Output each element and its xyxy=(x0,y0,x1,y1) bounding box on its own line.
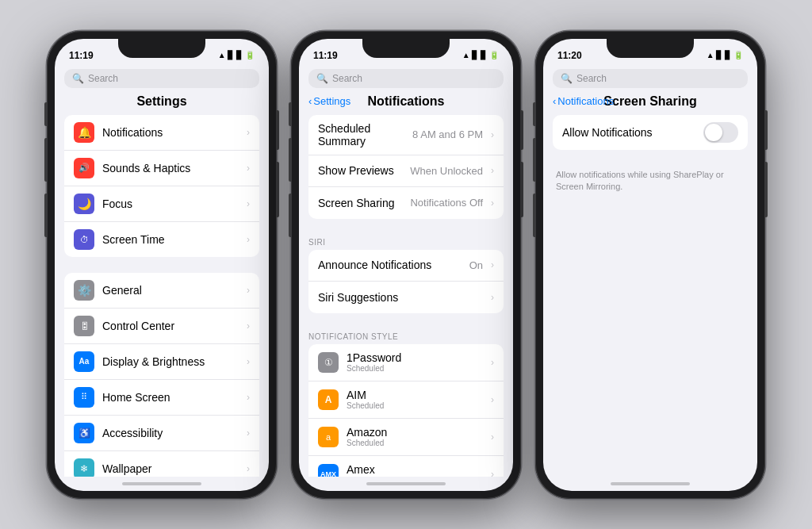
search-placeholder-1: Search xyxy=(88,73,118,84)
sounds-label: Sounds & Haptics xyxy=(102,162,239,174)
accessibility-label: Accessibility xyxy=(102,427,239,439)
search-icon-2: 🔍 xyxy=(316,73,328,84)
list-item[interactable]: ⠿ Home Screen › xyxy=(64,380,259,416)
chevron-icon: › xyxy=(247,320,250,332)
nav-title-2: Notifications xyxy=(368,94,445,109)
notch-1 xyxy=(118,39,205,58)
list-item[interactable]: Announce Notifications On › xyxy=(308,250,504,282)
back-button-3[interactable]: ‹ Notifications xyxy=(553,95,614,107)
list-item[interactable]: 🎛 Control Center › xyxy=(64,309,259,344)
list-item[interactable]: ① 1Password Scheduled › xyxy=(308,344,504,381)
nav-title-1: Settings xyxy=(136,94,186,109)
list-item[interactable]: 🌙 Focus › xyxy=(64,186,259,222)
aim-icon: A xyxy=(318,389,339,410)
status-time-3: 11:20 xyxy=(557,50,582,61)
list-item[interactable]: ❄ Wallpaper › xyxy=(64,451,259,477)
list-item[interactable]: ⚙️ General › xyxy=(64,273,259,309)
screen-time-icon: ⏱ xyxy=(74,229,94,250)
amazon-icon: a xyxy=(318,427,339,447)
chevron-icon: › xyxy=(247,356,250,367)
list-item[interactable]: Show Previews When Unlocked › xyxy=(308,155,504,187)
app-list-group: ① 1Password Scheduled › A AIM Scheduled … xyxy=(308,344,504,477)
home-indicator-3 xyxy=(543,477,757,491)
home-screen-icon: ⠿ xyxy=(74,387,94,408)
wallpaper-label: Wallpaper xyxy=(102,462,239,475)
focus-icon: 🌙 xyxy=(74,194,94,214)
phone-3: 11:20 ▲ ▊ ▊ 🔋 🔍 Search ‹ Notifications S… xyxy=(535,31,765,499)
list-item[interactable]: Aa Display & Brightness › xyxy=(64,344,259,380)
nav-header-1: Settings xyxy=(55,93,269,115)
list-item[interactable]: A AIM Scheduled › xyxy=(308,381,504,419)
nav-header-3: ‹ Notifications Screen Sharing xyxy=(543,93,757,115)
chevron-icon: › xyxy=(491,292,494,303)
chevron-icon: › xyxy=(491,431,494,443)
chevron-icon: › xyxy=(247,163,250,174)
allow-notif-description: Allow notifications while using SharePla… xyxy=(543,166,757,201)
search-bar-2[interactable]: 🔍 Search xyxy=(308,69,504,88)
notifications-list[interactable]: Scheduled Summary 8 AM and 6 PM › Show P… xyxy=(299,115,513,477)
display-icon: Aa xyxy=(74,351,94,372)
allow-notif-group: Allow Notifications xyxy=(553,115,748,150)
notif-style-label: NOTIFICATION STYLE xyxy=(299,329,513,344)
chevron-icon: › xyxy=(491,357,494,368)
row-text: Amex Scheduled xyxy=(347,463,483,477)
list-item[interactable]: ⏱ Screen Time › xyxy=(64,222,259,257)
screen-3: 11:20 ▲ ▊ ▊ 🔋 🔍 Search ‹ Notifications S… xyxy=(543,39,757,491)
row-text: Amazon Scheduled xyxy=(347,426,483,448)
settings-group-1: 🔔 Notifications › 🔊 Sounds & Haptics › 🌙… xyxy=(64,115,259,257)
chevron-icon: › xyxy=(247,285,250,296)
chevron-icon: › xyxy=(491,394,494,405)
chevron-icon: › xyxy=(247,392,250,403)
screen-sharing-content: Allow Notifications Allow notifications … xyxy=(543,115,757,477)
allow-notifications-row[interactable]: Allow Notifications xyxy=(553,115,748,150)
status-time-1: 11:19 xyxy=(69,50,94,61)
screen-time-label: Screen Time xyxy=(102,233,239,246)
notch-3 xyxy=(607,39,694,58)
display-label: Display & Brightness xyxy=(102,355,239,368)
chevron-icon: › xyxy=(491,469,494,477)
list-item[interactable]: Screen Sharing Notifications Off › xyxy=(308,187,504,219)
status-time-2: 11:19 xyxy=(313,50,338,61)
list-item[interactable]: Siri Suggestions › xyxy=(308,282,504,313)
list-item[interactable]: a Amazon Scheduled › xyxy=(308,419,504,456)
amex-icon: AMX xyxy=(318,464,339,477)
chevron-icon: › xyxy=(491,129,494,140)
accessibility-icon: ♿ xyxy=(74,423,94,443)
search-icon-3: 🔍 xyxy=(561,73,573,84)
row-text: AIM Scheduled xyxy=(347,389,483,411)
list-item[interactable]: 🔔 Notifications › xyxy=(64,115,259,151)
chevron-icon: › xyxy=(247,198,250,209)
chevron-icon: › xyxy=(247,427,250,439)
back-button-2[interactable]: ‹ Settings xyxy=(308,95,350,107)
search-bar-1[interactable]: 🔍 Search xyxy=(64,69,259,88)
general-label: General xyxy=(102,284,239,297)
summary-group: Scheduled Summary 8 AM and 6 PM › Show P… xyxy=(308,115,504,219)
search-icon-1: 🔍 xyxy=(72,73,84,84)
screen-1: 11:19 ▲ ▊ ▊ 🔋 🔍 Search Settings 🔔 Notifi… xyxy=(55,39,269,491)
general-icon: ⚙️ xyxy=(74,280,94,301)
siri-group: Announce Notifications On › Siri Suggest… xyxy=(308,250,504,313)
search-placeholder-2: Search xyxy=(332,73,362,84)
list-item[interactable]: Scheduled Summary 8 AM and 6 PM › xyxy=(308,115,504,155)
chevron-icon: › xyxy=(491,197,494,209)
siri-section-label: SIRI xyxy=(299,235,513,250)
list-item[interactable]: AMX Amex Scheduled › xyxy=(308,456,504,477)
status-icons-1: ▲ ▊ ▊ 🔋 xyxy=(218,51,255,59)
allow-notif-toggle[interactable] xyxy=(703,122,738,143)
home-indicator-1 xyxy=(55,477,269,491)
row-text: 1Password Scheduled xyxy=(347,351,483,374)
notifications-label: Notifications xyxy=(102,126,239,139)
list-item[interactable]: ♿ Accessibility › xyxy=(64,416,259,451)
sounds-icon: 🔊 xyxy=(74,158,94,178)
chevron-icon: › xyxy=(247,234,250,245)
phone-1: 11:19 ▲ ▊ ▊ 🔋 🔍 Search Settings 🔔 Notifi… xyxy=(47,31,277,499)
home-indicator-2 xyxy=(299,477,513,491)
search-bar-3[interactable]: 🔍 Search xyxy=(553,69,748,88)
focus-label: Focus xyxy=(102,197,239,210)
row-text: Scheduled Summary xyxy=(318,122,404,148)
search-placeholder-3: Search xyxy=(576,73,607,84)
notch-2 xyxy=(362,39,450,58)
settings-list-1[interactable]: 🔔 Notifications › 🔊 Sounds & Haptics › 🌙… xyxy=(55,115,269,477)
list-item[interactable]: 🔊 Sounds & Haptics › xyxy=(64,151,259,186)
status-icons-3: ▲ ▊ ▊ 🔋 xyxy=(707,51,743,59)
